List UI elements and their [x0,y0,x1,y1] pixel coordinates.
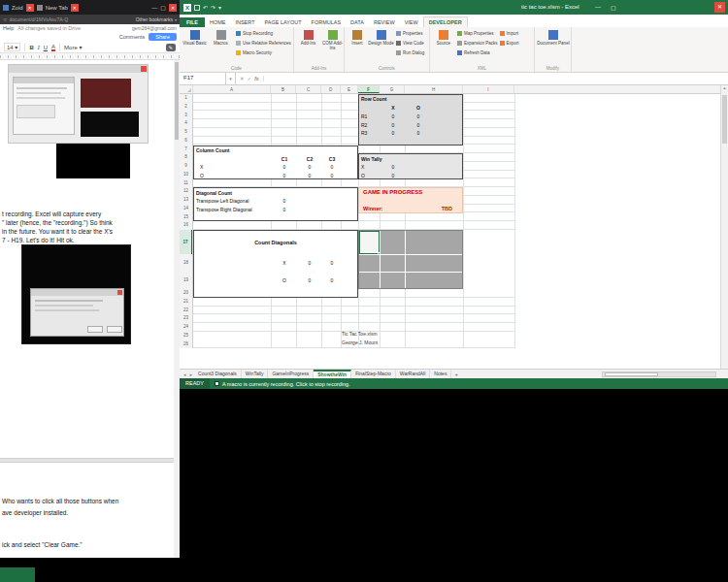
sheet-tab-count3-diagonals[interactable]: Count3 Diagonals [194,370,242,378]
document-panel-button[interactable]: Document Panel [537,29,570,46]
document-canvas[interactable]: t recording. Excel will capture every " … [0,60,180,558]
insert-function-icon[interactable]: fx [254,76,258,81]
view-code-button[interactable]: View Code [396,39,424,48]
row-header-25[interactable]: 25 [180,332,192,340]
row-header-3[interactable]: 3 [180,112,192,120]
com-add-ins-button[interactable]: COM Add-Ins [320,29,345,50]
row-header-15[interactable]: 15 [180,213,192,222]
address-url[interactable]: document/d/1MVsAsu7A-Q [9,16,133,22]
scrollbar-thumb[interactable] [605,372,658,376]
row-header-19[interactable]: 19 [180,272,192,289]
more-button[interactable]: More ▾ [64,44,82,50]
sheet-tab-finalstep-macro[interactable]: FinalStep-Macro [351,370,396,378]
row-header-5[interactable]: 5 [180,128,192,137]
browser-tab-newtab[interactable]: New Tab [46,5,68,11]
tab-data[interactable]: DATA [346,17,369,27]
stop-recording-status-icon[interactable] [215,381,219,386]
row-header-1[interactable]: 1 [180,94,192,103]
row-header-10[interactable]: 10 [180,171,192,179]
tab-home[interactable]: HOME [205,17,231,27]
excel-minimize-button[interactable]: — [595,4,601,10]
map-properties-button[interactable]: Map Properties [457,29,498,38]
game-board[interactable] [358,230,463,289]
name-box-chevron-down-icon[interactable]: ▾ [226,73,236,84]
row-header-17[interactable]: 17 [180,230,192,254]
horizontal-scrollbar[interactable] [602,372,716,377]
excel-close-button[interactable]: ✕ [714,2,725,13]
row-header-4[interactable]: 4 [180,119,192,128]
enter-icon[interactable]: ✓ [248,76,252,81]
tab-formulas[interactable]: FORMULAS [307,17,347,27]
row-header-16[interactable]: 16 [180,221,192,230]
sheet-tab-warrandall[interactable]: WarRandAll [396,370,431,378]
run-dialog-button[interactable]: Run Dialog [396,48,424,57]
row-header-12[interactable]: 12 [180,187,192,196]
row-header-14[interactable]: 14 [180,205,192,213]
browser-minimize-button[interactable]: — [151,5,157,11]
row-header-8[interactable]: 8 [180,153,192,162]
sheet-tab-wintally[interactable]: WinTally [242,370,269,378]
qat-chevron-down-icon[interactable]: ▾ [218,4,221,11]
sheet-grid[interactable]: A B C D E F G H I 1234567891011121314151… [180,85,728,369]
tab-developer[interactable]: DEVELOPER [423,16,468,27]
row-header-6[interactable]: 6 [180,137,192,146]
visual-basic-button[interactable]: Visual Basic [182,29,208,46]
undo-icon[interactable]: ↶ [203,4,208,11]
formula-input[interactable] [264,73,728,84]
menu-help[interactable]: Help [3,25,14,31]
comments-button[interactable]: Comments [119,34,146,40]
cancel-icon[interactable]: ✕ [240,76,245,81]
use-relative-references-button[interactable]: Use Relative References [236,39,291,48]
tab-review[interactable]: REVIEW [369,17,400,27]
row-header-11[interactable]: 11 [180,179,192,188]
scroll-up-icon[interactable]: ▲ [721,85,728,90]
tab-close-icon[interactable]: ✕ [71,4,79,12]
vertical-scrollbar[interactable]: ▲ [720,85,728,369]
edit-mode-button[interactable]: ✎ [166,44,176,51]
refresh-data-button[interactable]: Refresh Data [457,48,498,57]
row-header-22[interactable]: 22 [180,307,192,315]
sheet-tab-gameinprogress[interactable]: GameInProgress [268,370,314,378]
underline-button[interactable]: U [44,45,48,50]
properties-button[interactable]: Properties [396,29,424,38]
account-email[interactable]: gem264@gmail.com [132,25,177,31]
bookmark-star-icon[interactable]: ☆ [3,16,7,22]
tab-view[interactable]: VIEW [400,17,423,27]
col-header-c[interactable]: C [296,85,321,93]
add-ins-button[interactable]: Add-Ins [296,29,320,46]
row-header-7[interactable]: 7 [180,146,192,154]
browser-maximize-button[interactable]: ▢ [160,4,166,11]
bold-button[interactable]: B [29,45,33,50]
col-header-g[interactable]: G [380,85,405,93]
col-header-b[interactable]: B [271,85,296,93]
row-header-9[interactable]: 9 [180,162,192,171]
source-button[interactable]: Source [432,29,455,46]
tab-file[interactable]: FILE [180,17,205,27]
insert-control-button[interactable]: Insert [347,29,368,46]
row-header-2[interactable]: 2 [180,103,192,112]
browser-close-button[interactable]: ✕ [169,4,177,12]
import-button[interactable]: Import [500,29,519,38]
col-header-e[interactable]: E [341,85,358,93]
browser-tab-zoid[interactable]: Zoid [12,5,23,11]
col-header-i[interactable]: I [463,85,514,93]
sheet-tab-showthewin[interactable]: ShowtheWin [314,370,351,378]
tab-insert[interactable]: INSERT [230,17,259,27]
excel-maximize-button[interactable]: ▢ [611,4,616,11]
name-box[interactable]: F17 [180,73,226,84]
save-icon[interactable] [194,5,200,11]
active-cell-f17[interactable] [359,231,380,254]
select-all-corner[interactable] [180,85,193,93]
row-header-18[interactable]: 18 [180,254,192,272]
font-size-selector[interactable]: 14 ▾ [4,43,20,51]
redo-icon[interactable]: ↷ [211,4,215,11]
sheet-tab-notes[interactable]: Notes [430,370,451,378]
row-header-23[interactable]: 23 [180,314,192,323]
row-header-20[interactable]: 20 [180,289,192,298]
export-button[interactable]: Export [500,39,519,48]
row-header-21[interactable]: 21 [180,298,192,307]
text-color-button[interactable]: A [51,44,55,51]
expansion-packs-button[interactable]: Expansion Packs [457,39,498,48]
new-sheet-icon[interactable]: + [451,372,461,377]
scrollbar-thumb[interactable] [722,95,727,144]
